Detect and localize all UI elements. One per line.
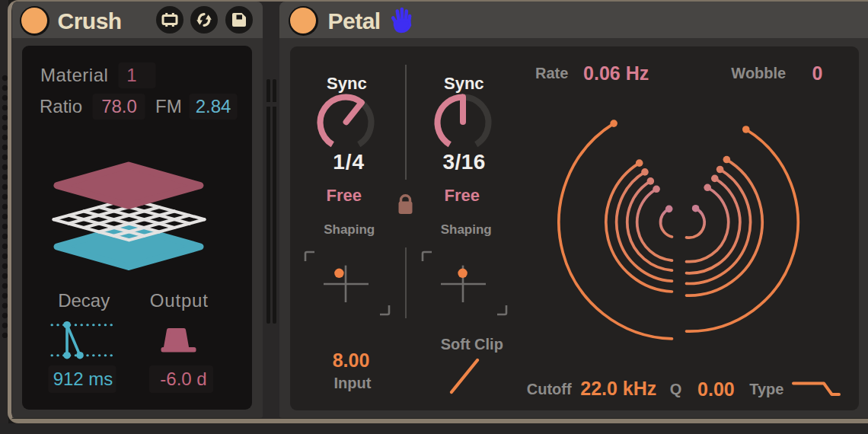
frame-button[interactable] — [156, 6, 183, 34]
ratio-value[interactable]: 78.0 — [101, 96, 137, 117]
petal-device-title: Petal — [328, 8, 381, 34]
petal-titlebar[interactable]: Petal — [279, 2, 868, 38]
lock-icon[interactable] — [397, 193, 414, 215]
petal-device-activator[interactable] — [289, 6, 318, 36]
ratio-label: Ratio — [40, 96, 82, 117]
decay-value[interactable]: 912 ms — [53, 369, 113, 390]
q-value[interactable]: 0.00 — [697, 378, 735, 400]
shaping-left-pad[interactable] — [303, 250, 393, 318]
hot-swap-button[interactable] — [190, 6, 218, 34]
save-preset-icon — [231, 11, 247, 28]
output-value[interactable]: -6.0 d — [160, 369, 206, 390]
crush-device-activator[interactable] — [20, 6, 49, 36]
decay-label: Decay — [58, 290, 110, 311]
material-valuebox[interactable] — [119, 62, 156, 88]
input-value[interactable]: 8.00 — [333, 349, 370, 371]
softclip-curve-icon[interactable] — [446, 355, 483, 397]
frame-icon — [161, 11, 179, 29]
material-label: Material — [40, 65, 108, 86]
max-for-live-hand-icon — [389, 7, 412, 34]
fm-label: FM — [155, 96, 182, 117]
device-petal: Petal Sync Sync 1/4 3/16 Free Free — [279, 2, 868, 418]
crush-panel: Material 1 Ratio 78.0 FM 2.84 Decay Outp… — [22, 46, 252, 410]
sync-right-mode[interactable]: Free — [444, 186, 479, 206]
device-gap-notch — [266, 102, 277, 107]
cutoff-label: Cutoff — [527, 380, 572, 397]
fm-value[interactable]: 2.84 — [196, 96, 231, 117]
wobble-value[interactable]: 0 — [812, 62, 822, 85]
hot-swap-icon — [194, 10, 214, 30]
sync-left-value[interactable]: 1/4 — [333, 150, 365, 174]
decay-envelope[interactable] — [46, 317, 118, 362]
crush-titlebar[interactable]: Crush — [12, 2, 263, 38]
crush-layers-graphic — [51, 156, 223, 282]
type-label: Type — [749, 380, 783, 397]
sync-divider — [405, 65, 407, 180]
cutoff-value[interactable]: 22.0 kHz — [580, 378, 656, 400]
ableton-device-chain: Crush — [0, 0, 868, 434]
rate-value[interactable]: 0.06 Hz — [583, 62, 649, 85]
device-crush: Crush — [12, 2, 263, 418]
sync-left-knob[interactable] — [314, 91, 378, 155]
save-preset-button[interactable] — [225, 6, 253, 34]
shaping-right-label: Shaping — [441, 222, 492, 238]
rate-label: Rate — [535, 65, 568, 82]
output-gain-icon[interactable] — [158, 327, 199, 356]
shaping-divider — [405, 247, 407, 318]
input-label: Input — [334, 375, 372, 392]
q-label: Q — [670, 380, 682, 397]
sync-right-knob[interactable] — [431, 91, 495, 155]
sync-left-mode[interactable]: Free — [327, 186, 362, 206]
petal-arcs-visualization[interactable] — [541, 91, 859, 350]
below-chain-background — [0, 423, 868, 434]
shaping-right-pad[interactable] — [420, 250, 510, 318]
filter-type-icon[interactable] — [789, 378, 844, 400]
crush-device-title: Crush — [58, 8, 122, 34]
device-gap-line-left — [266, 79, 270, 324]
output-label: Output — [150, 290, 209, 311]
softclip-label: Soft Clip — [441, 336, 503, 353]
shaping-left-label: Shaping — [324, 222, 375, 238]
material-value[interactable]: 1 — [126, 65, 136, 86]
wobble-label: Wobble — [731, 65, 786, 82]
device-gap-line-right — [273, 79, 276, 324]
sync-right-value[interactable]: 3/16 — [442, 150, 486, 174]
petal-panel: Sync Sync 1/4 3/16 Free Free Shaping Sha… — [290, 46, 859, 410]
